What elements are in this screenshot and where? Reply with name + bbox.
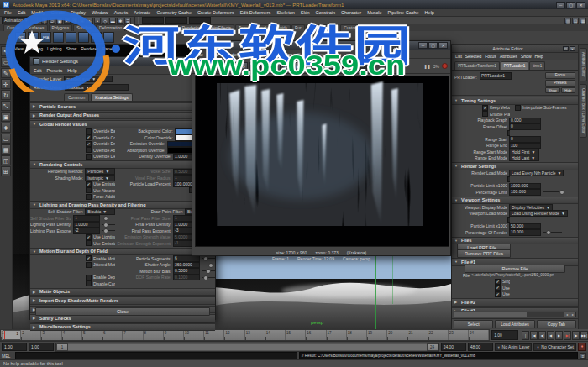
checkbox[interactable] [86,262,92,268]
text-field[interactable]: 0.000 [509,118,541,124]
button[interactable]: Remove PRT Files [457,249,511,258]
panel-menu-item[interactable]: Panels [102,46,115,51]
shelf-tab[interactable]: Mesh [386,24,403,31]
menu-item[interactable]: Edit [18,10,25,15]
menu-item[interactable]: Help [535,54,543,59]
window-control-button[interactable]: ✕ [438,42,448,49]
shelf-tab[interactable]: Surfaces [24,24,48,31]
menu-item[interactable]: Help [332,52,341,57]
timeline-frame[interactable]: 17 [327,330,347,340]
current-time-field[interactable]: 1.00 [491,330,518,340]
checkbox[interactable]: ✓ [86,134,92,140]
timeline-frame[interactable]: 15 [286,330,306,340]
playback-button[interactable]: ▶ [555,331,563,340]
anim-layer-dropdown[interactable]: ▼No Anim Layer [495,343,533,351]
text-field[interactable]: 100.000 [509,189,541,196]
color-swatch[interactable] [167,141,192,148]
timeline-frame[interactable]: 11 [204,330,224,340]
section-header[interactable]: ▶File #3 [452,307,578,312]
shelf-tab[interactable]: Dynamics [152,24,177,31]
node-tab[interactable]: PRTLoader1 [501,61,528,70]
timeline-frame[interactable]: 7 [123,330,143,340]
script-editor-icon[interactable]: ≡ [580,353,586,359]
snap-to-grid-icon[interactable]: ⌖ [79,18,86,24]
text-field[interactable]: 10.000 [509,229,541,236]
menu-set-dropdown[interactable]: Animation▼ [2,17,30,24]
panel-menu-item[interactable]: View [14,46,24,51]
slider[interactable] [102,230,115,231]
checkbox[interactable] [86,128,92,134]
menu-item[interactable]: Character [341,10,361,15]
slider[interactable] [543,191,562,192]
one-to-one-icon[interactable]: 1:1 [282,62,291,71]
checkbox[interactable] [507,176,510,182]
menu-item[interactable]: Skeleton [276,10,294,15]
playback-button[interactable]: |◀ [530,331,538,340]
timeline-frame[interactable]: 18 [347,330,367,340]
shelf-tab[interactable]: Fluids [273,24,291,31]
section-header[interactable]: ▼Rendering Controls [30,160,215,169]
node-name-field[interactable]: PRTLoader1 [480,72,512,80]
slider[interactable] [543,232,562,233]
shelf-icon[interactable] [53,32,64,43]
selection-field[interactable] [189,17,211,24]
render-current-frame-icon[interactable]: ▬ [109,18,116,24]
checkbox[interactable]: ✓ [86,234,92,240]
section-header[interactable]: ▶Import Deep Shadow/Matte Renders [30,296,215,305]
section-header[interactable]: ▼Motion Blur and Depth Of Field [30,248,215,256]
section-header[interactable]: ▶Particle Sources [30,102,215,111]
open-scene-icon[interactable]: ▱ [49,18,55,24]
selection-field[interactable] [165,17,187,24]
playback-button[interactable]: ◀| [538,331,546,340]
playback-start-field[interactable]: 1.00 [2,343,27,351]
render-icon[interactable]: ▦ [195,62,204,71]
checkbox[interactable]: ✓ [86,255,92,261]
shelf-tab[interactable]: Deformation [96,24,125,31]
rgb-channels-icon[interactable]: ◉ [260,62,270,71]
menu-item[interactable]: IPR [244,52,251,57]
timeline-frame[interactable]: 5 [82,330,102,340]
section-header[interactable]: ▶Matte Objects [30,288,215,296]
shelf-tab[interactable]: Rendering [178,24,204,31]
menu-item[interactable]: Constrain [315,10,335,15]
text-field[interactable]: 50.000 [509,223,541,230]
window-control-button[interactable]: ▢ [428,42,438,49]
slider[interactable] [102,224,115,225]
auto-keyframe-icon[interactable]: ♦ [578,343,586,351]
checkbox[interactable] [86,240,92,246]
menu-item[interactable]: File [4,10,12,15]
timeline-frame[interactable]: 4 [62,330,82,340]
checkbox[interactable] [515,105,521,111]
new-scene-icon[interactable]: ▯ [41,18,48,24]
section-header[interactable]: ▶File #2 [452,298,578,307]
checkbox[interactable] [507,217,510,223]
attribute-editor-header[interactable]: Attribute Editor ⊡✕ [452,45,578,53]
text-field[interactable]: 1 [73,215,100,222]
range-end-handle[interactable]: 24 [427,343,438,351]
section-header[interactable]: ▼Lighting and Drawing Pass Density and F… [30,201,215,209]
section-header[interactable]: ▼Timing Settings [452,97,578,105]
dropdown[interactable]: Load Using Render Mode▼ [509,210,568,217]
menu-item[interactable]: Muscle [367,10,381,15]
slider-handle[interactable] [203,275,208,280]
keep-image-icon[interactable]: ▣ [293,62,302,71]
text-field[interactable]: 0.1000 [173,275,200,281]
color-swatch[interactable] [167,147,192,154]
slider[interactable] [202,277,215,278]
soft-mod-tool-icon[interactable]: ❖ [1,123,11,133]
character-set-dropdown[interactable]: ▼No Character Set [533,343,576,351]
undo-icon[interactable]: ↶ [64,18,71,24]
hide-button[interactable]: Hide [561,87,576,93]
window-control-button[interactable]: ─ [418,42,428,49]
menu-item[interactable]: Modify [31,10,45,15]
playback-button[interactable]: |◀◀ [522,331,529,340]
slider-handle[interactable] [206,269,211,274]
dropdown[interactable]: Load Every Nth Particle▼ [509,170,564,176]
checkbox[interactable] [86,280,92,286]
menu-item[interactable]: Presets [46,68,62,73]
presets-button[interactable]: Presets [545,80,575,87]
window-control-button[interactable]: ▢ [566,2,575,8]
scroll-right-icon[interactable]: ▸ [570,312,575,317]
checkbox[interactable]: ✓ [482,105,488,111]
scroll-left-icon[interactable]: ◂ [564,312,570,317]
